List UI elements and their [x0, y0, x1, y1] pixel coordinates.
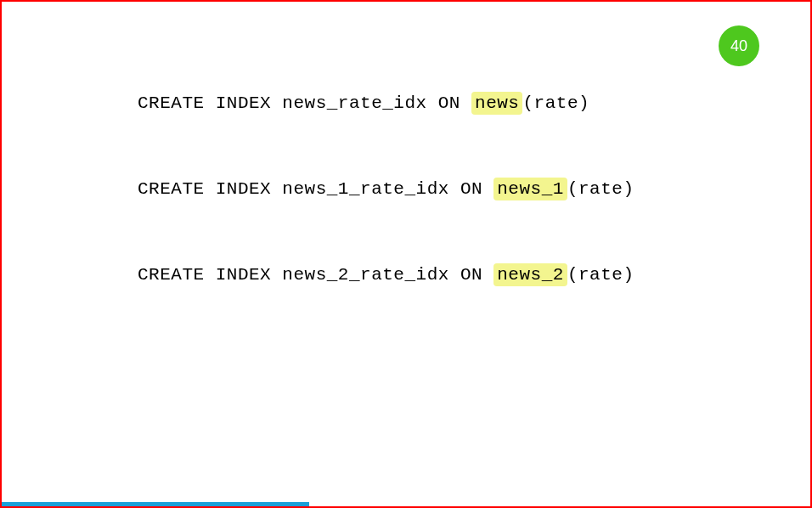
- page-number: 40: [730, 37, 747, 55]
- code-suffix: (rate): [567, 265, 634, 285]
- code-prefix: CREATE INDEX news_2_rate_idx ON: [138, 265, 493, 285]
- page-number-badge: 40: [719, 25, 759, 66]
- progress-bar: [2, 502, 309, 506]
- highlighted-table-name: news: [471, 92, 522, 115]
- code-line-2: CREATE INDEX news_1_rate_idx ON news_1(r…: [138, 179, 810, 199]
- code-prefix: CREATE INDEX news_1_rate_idx ON: [138, 179, 493, 199]
- code-line-1: CREATE INDEX news_rate_idx ON news(rate): [138, 93, 810, 113]
- slide-content: CREATE INDEX news_rate_idx ON news(rate)…: [2, 2, 810, 285]
- code-line-3: CREATE INDEX news_2_rate_idx ON news_2(r…: [138, 265, 810, 285]
- highlighted-table-name: news_1: [493, 178, 567, 200]
- code-prefix: CREATE INDEX news_rate_idx ON: [138, 93, 471, 113]
- code-suffix: (rate): [567, 179, 634, 199]
- highlighted-table-name: news_2: [493, 263, 567, 286]
- code-suffix: (rate): [522, 93, 589, 113]
- slide-container: 40 CREATE INDEX news_rate_idx ON news(ra…: [0, 0, 812, 508]
